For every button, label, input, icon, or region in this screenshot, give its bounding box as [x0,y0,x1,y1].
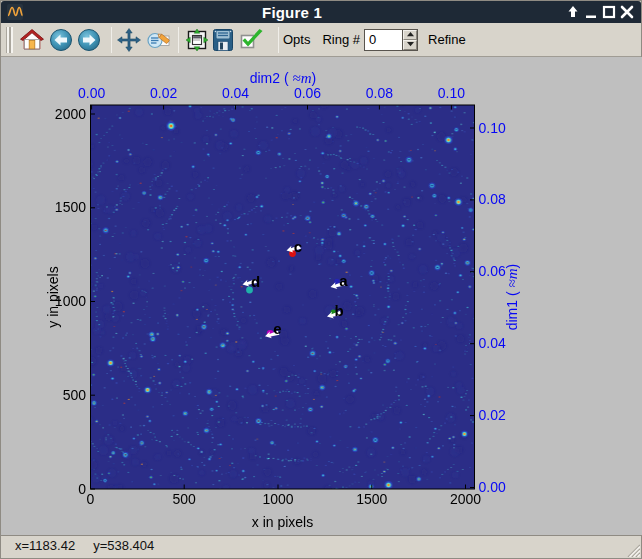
svg-text:e: e [273,320,281,337]
svg-text:x in pixels: x in pixels [252,514,313,530]
svg-text:0: 0 [87,491,95,507]
svg-text:0.02: 0.02 [150,85,177,101]
svg-text:0.00: 0.00 [78,85,105,101]
svg-text:0.04: 0.04 [222,85,249,101]
svg-text:0.06: 0.06 [294,85,321,101]
svg-text:0.08: 0.08 [479,191,506,207]
svg-text:0: 0 [78,481,86,497]
svg-text:b: b [334,302,343,319]
svg-text:0.02: 0.02 [479,407,506,423]
svg-text:y in pixels: y in pixels [45,266,61,327]
svg-text:0.08: 0.08 [366,85,393,101]
svg-text:2000: 2000 [450,491,481,507]
svg-text:0.00: 0.00 [479,479,506,495]
svg-text:0.04: 0.04 [479,335,506,351]
svg-text:500: 500 [63,387,87,403]
svg-text:0.06: 0.06 [479,263,506,279]
svg-text:a: a [339,272,348,289]
svg-text:c: c [294,238,302,255]
svg-text:1000: 1000 [262,491,293,507]
svg-text:1500: 1500 [356,491,387,507]
svg-text:1500: 1500 [55,199,86,215]
svg-text:dim1 ( ≈m): dim1 ( ≈m) [504,264,520,331]
svg-text:0.10: 0.10 [479,120,506,136]
svg-text:dim2 ( ≈m): dim2 ( ≈m) [250,70,317,86]
svg-text:d: d [251,273,260,290]
svg-text:0.10: 0.10 [438,85,465,101]
svg-text:2000: 2000 [55,106,86,122]
svg-text:500: 500 [173,491,197,507]
